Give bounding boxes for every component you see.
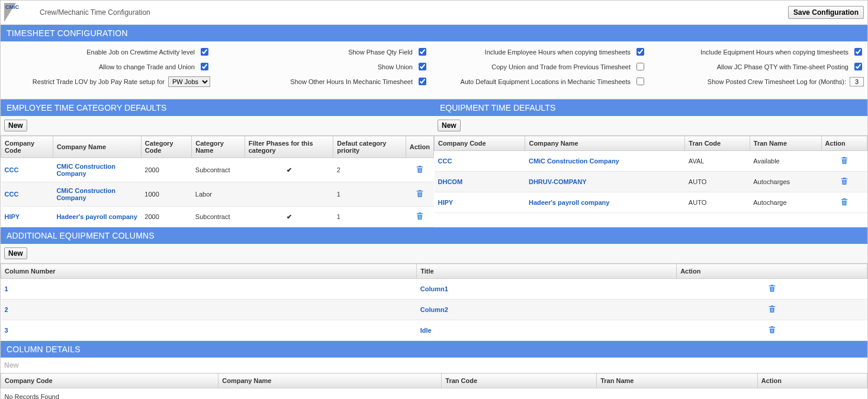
trash-icon[interactable] (840, 176, 849, 187)
checkbox-allow-jc-phase[interactable] (854, 63, 862, 70)
label-include-eq-hours: Include Equipment Hours when copying tim… (700, 49, 848, 56)
col-column-number[interactable]: Column Number (1, 264, 417, 279)
label-restrict-trade-lov: Restrict Trade LOV by Job Pay Rate setup… (33, 78, 165, 85)
trash-icon[interactable] (840, 197, 849, 208)
trash-icon[interactable] (767, 325, 777, 336)
section-equipment-defaults: EQUIPMENT TIME DEFAULTS (434, 99, 867, 116)
column-number-link[interactable]: 2 (5, 306, 8, 313)
checkbox-show-union[interactable] (419, 63, 426, 70)
checkbox-enable-job-activity[interactable] (201, 48, 208, 56)
filter-phases-cell (245, 158, 333, 182)
company-name-link[interactable]: CMiC Construction Company (529, 157, 619, 165)
checkbox-include-emp-hours[interactable] (636, 48, 644, 56)
checkbox-include-eq-hours[interactable] (854, 48, 862, 56)
col-tran-name[interactable]: Tran Name (750, 136, 821, 151)
brand-text: CMiC (5, 4, 19, 10)
checkbox-show-other-hours[interactable] (419, 78, 426, 85)
employee-defaults-table: Company Code Company Name Category Code … (1, 136, 434, 227)
table-row: CCCCMiC Construction CompanyAVALAvailabl… (435, 151, 867, 172)
company-name-link[interactable]: CMiC Construction Company (56, 187, 115, 201)
checkbox-auto-default-eq-loc[interactable] (636, 78, 644, 85)
filter-phases-cell (245, 207, 333, 227)
trash-icon[interactable] (415, 211, 425, 222)
no-records-text: No Records Found (1, 388, 867, 400)
company-code-link[interactable]: HIPY (438, 199, 454, 206)
tran-code-cell: AUTO (685, 192, 750, 213)
trash-icon[interactable] (415, 165, 425, 175)
label-show-other-hours: Show Other Hours In Mechanic Timesheet (290, 78, 413, 85)
table-row: HIPYHadeer's payroll company2000Subcontr… (1, 207, 434, 227)
company-code-link[interactable]: CCC (5, 191, 19, 198)
company-code-link[interactable]: HIPY (5, 213, 20, 220)
checkbox-copy-union-trade[interactable] (636, 63, 644, 70)
input-show-posted-log-months[interactable] (850, 77, 864, 86)
column-number-link[interactable]: 3 (5, 327, 8, 334)
col-tran-code[interactable]: Tran Code (685, 136, 750, 151)
save-configuration-button[interactable]: Save Configuration (788, 6, 864, 19)
table-row: HIPYHadeer's payroll companyAUTOAutochar… (435, 192, 867, 213)
select-restrict-trade-lov[interactable]: PW Jobs (168, 76, 210, 87)
category-code-cell: 2000 (141, 158, 191, 182)
trash-icon[interactable] (415, 189, 425, 199)
col-category-name[interactable]: Category Name (192, 136, 245, 158)
page-title: Crew/Mechanic Time Configuration (40, 8, 150, 17)
column-title-link[interactable]: Column1 (420, 285, 448, 292)
new-equipment-default-button[interactable]: New (438, 120, 461, 131)
category-name-cell: Labor (192, 182, 245, 207)
top-bar: CMiC Crew/Mechanic Time Configuration Sa… (1, 1, 867, 25)
col-category-code[interactable]: Category Code (141, 136, 191, 158)
category-name-cell: Subcontract (192, 158, 245, 182)
trash-icon[interactable] (767, 304, 777, 315)
table-row: DHCOMDHRUV-COMPANYAUTOAutocharges (435, 172, 867, 192)
table-row: 3Idle (1, 320, 867, 341)
table-row: 1Column1 (1, 279, 867, 300)
new-employee-default-button[interactable]: New (4, 120, 27, 131)
col-cd-tran-code[interactable]: Tran Code (442, 374, 597, 388)
section-column-details: COLUMN DETAILS (1, 341, 867, 358)
column-number-link[interactable]: 1 (5, 285, 8, 292)
col-eq-company-code[interactable]: Company Code (435, 136, 525, 151)
col-eq-company-name[interactable]: Company Name (525, 136, 685, 151)
company-name-link[interactable]: CMiC Construction Company (56, 163, 115, 177)
col-filter-phases[interactable]: Filter Phases for this category (245, 136, 333, 158)
company-name-link[interactable]: DHRUV-COMPANY (529, 178, 587, 185)
company-name-link[interactable]: Hadeer's payroll company (56, 213, 137, 220)
col-action[interactable]: Action (406, 136, 433, 158)
trash-icon[interactable] (767, 284, 777, 294)
company-code-link[interactable]: CCC (438, 157, 452, 165)
column-title-link[interactable]: Idle (420, 327, 432, 334)
col-company-code[interactable]: Company Code (1, 136, 53, 158)
priority-cell: 1 (333, 182, 406, 207)
col-cd-action[interactable]: Action (757, 374, 867, 388)
col-cd-tran-name[interactable]: Tran Name (597, 374, 758, 388)
label-show-union: Show Union (378, 63, 413, 70)
table-row: CCCCMiC Construction Company2000Subcontr… (1, 158, 434, 182)
col-eq-action[interactable]: Action (821, 136, 867, 151)
checkbox-allow-change-trade[interactable] (201, 63, 208, 70)
company-code-link[interactable]: CCC (5, 166, 19, 173)
priority-cell: 1 (333, 207, 406, 227)
label-auto-default-eq-loc: Auto Default Equipment Locations in Mech… (461, 78, 631, 85)
col-column-title[interactable]: Title (417, 264, 677, 279)
checkbox-show-phase-qty[interactable] (419, 48, 426, 56)
col-default-priority[interactable]: Defaut category priority (333, 136, 406, 158)
company-code-link[interactable]: DHCOM (438, 178, 463, 185)
new-additional-column-button[interactable]: New (4, 247, 27, 259)
category-name-cell: Subcontract (192, 207, 245, 227)
column-title-link[interactable]: Column2 (420, 306, 448, 313)
priority-cell: 2 (333, 158, 406, 182)
col-cd-company-code[interactable]: Company Code (1, 374, 218, 388)
company-name-link[interactable]: Hadeer's payroll company (529, 199, 610, 206)
col-column-action[interactable]: Action (677, 264, 867, 279)
label-show-phase-qty: Show Phase Qty Field (348, 49, 413, 56)
section-timesheet-config: TIMESHEET CONFIGURATION (1, 25, 867, 41)
new-column-detail-button-disabled: New (1, 358, 22, 373)
table-row: CCCCMiC Construction Company1000Labor1 (1, 182, 434, 207)
col-company-name[interactable]: Company Name (53, 136, 141, 158)
trash-icon[interactable] (840, 156, 849, 166)
col-cd-company-name[interactable]: Company Name (218, 374, 442, 388)
label-enable-job-activity: Enable Job on Crewtime Activity level (86, 49, 195, 56)
filter-phases-cell (245, 182, 333, 207)
label-include-emp-hours: Include Employee Hours when copying time… (485, 49, 631, 56)
timesheet-config-panel: Enable Job on Crewtime Activity level Sh… (1, 41, 867, 99)
